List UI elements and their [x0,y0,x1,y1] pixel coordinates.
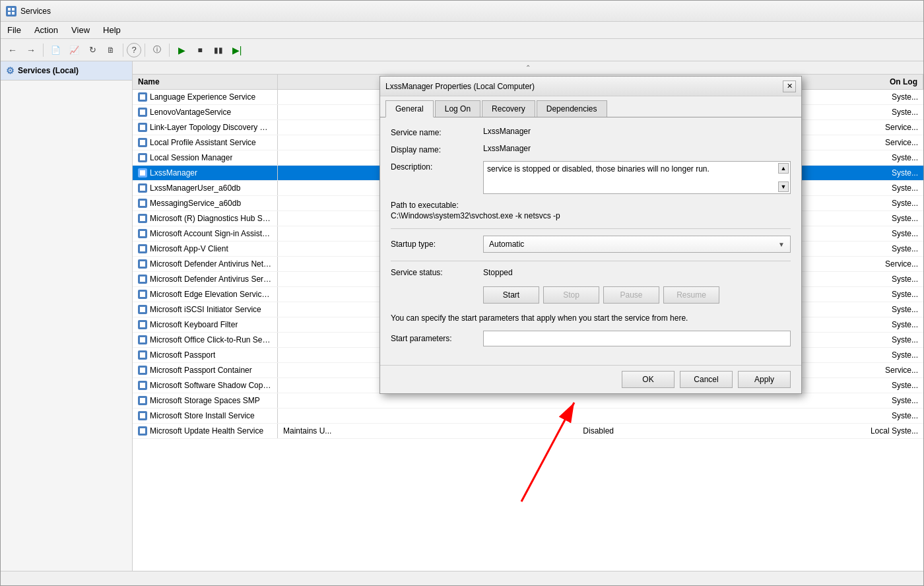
tab-dependencies[interactable]: Dependencies [537,100,607,117]
menu-file[interactable]: File [1,24,28,36]
service-icon [138,259,147,269]
toolbar-restart[interactable]: ▶| [228,42,246,58]
toolbar-export[interactable]: 🗎 [102,42,119,58]
service-name-cell: Link-Layer Topology Discovery Mapper [133,120,278,135]
service-logon: Syste... [278,393,923,408]
service-status-value: Stopped [483,268,513,277]
scroll-up-arrow[interactable]: ▲ [778,163,789,174]
toolbar-play[interactable]: ▶ [173,42,190,58]
service-icon [138,229,147,238]
cancel-button[interactable]: Cancel [680,371,733,388]
toolbar-help[interactable]: ? [127,43,141,57]
toolbar-refresh[interactable]: ↻ [84,42,101,58]
service-icon [138,183,147,193]
params-note: You can specify the start parameters tha… [391,313,791,324]
service-name-cell: Microsoft Update Health Service [133,424,278,438]
toolbar-back[interactable]: ← [4,42,21,58]
startup-select[interactable]: Automatic [483,236,791,253]
service-name-cell: Microsoft Passport Container [133,363,278,377]
service-name-cell: Microsoft Passport [133,348,278,362]
tab-recovery[interactable]: Recovery [482,100,535,117]
properties-dialog: LxssManager Properties (Local Computer) … [380,76,802,394]
sidebar: ⚙ Services (Local) [1,61,133,571]
service-name-text: Language Experience Service [150,92,255,102]
svg-rect-1 [12,8,15,11]
svg-rect-0 [8,8,11,11]
service-name-text: Microsoft Storage Spaces SMP [150,396,260,405]
service-name-text: LxssManager [150,168,197,178]
service-icon [138,381,147,390]
stop-button[interactable]: Stop [543,286,599,304]
service-icon [138,366,147,375]
resume-button[interactable]: Resume [663,286,719,304]
divider [391,228,791,229]
svg-rect-2 [8,12,11,15]
tab-general[interactable]: General [385,100,434,117]
service-name-text: LenovoVantageService [150,108,231,117]
service-name-cell: LxssManagerUser_a60db [133,181,278,195]
service-name-cell: Microsoft Edge Elevation Service (Micr [133,287,278,302]
header-name[interactable]: Name [133,75,278,89]
dialog-close-button[interactable]: ✕ [783,81,796,92]
service-name-text: Link-Layer Topology Discovery Mapper [150,123,272,132]
service-name-text: Microsoft Store Install Service [150,411,255,420]
description-row: Description: service is stopped or disab… [391,161,791,194]
service-icon [138,92,147,102]
menu-help[interactable]: Help [96,24,127,36]
header-logon-partial: On Log [890,77,917,86]
service-name-text: Microsoft Defender Antivirus Network I [150,259,272,269]
service-icon [138,199,147,208]
start-button[interactable]: Start [483,286,539,304]
menu-action[interactable]: Action [28,24,65,36]
ok-button[interactable]: OK [622,371,675,388]
tab-bar: General Log On Recovery Dependencies [380,96,801,117]
service-name-cell: Local Profile Assistant Service [133,135,278,150]
apply-button[interactable]: Apply [738,371,791,388]
params-input[interactable] [483,331,791,346]
toolbar-stop[interactable]: ■ [191,42,209,58]
display-name-row: Display name: LxssManager [391,144,791,154]
service-icon [138,153,147,162]
service-name-text: Microsoft App-V Client [150,244,228,253]
menu-view[interactable]: View [65,24,96,36]
startup-label: Startup type: [391,240,483,249]
service-name-cell: Microsoft Software Shadow Copy Provic [133,378,278,393]
list-item[interactable]: Microsoft Storage Spaces SMP Syste... [133,393,923,408]
toolbar-show-hide[interactable]: 📈 [65,42,82,58]
menu-bar: File Action View Help [1,22,923,39]
toolbar-pause[interactable]: ▮▮ [210,42,227,58]
toolbar-forward[interactable]: → [22,42,40,58]
startup-select-wrapper[interactable]: Automatic [483,236,791,253]
service-icon [138,275,147,284]
service-icon [138,350,147,360]
service-icon [138,426,147,436]
scroll-down-arrow[interactable]: ▼ [778,181,789,192]
toolbar-info[interactable]: ⓘ [148,42,166,58]
description-text: service is stopped or disabled, those bi… [487,164,710,174]
startup-row: Startup type: Automatic [391,236,791,253]
service-name-cell: Microsoft Defender Antivirus Service [133,272,278,286]
description-scrollbar[interactable]: ▲ ▼ [778,163,789,192]
service-icon [138,108,147,117]
service-name-text: LxssManagerUser_a60db [150,183,240,193]
service-name-text: Microsoft Passport Container [150,366,252,375]
list-item[interactable]: Microsoft Store Install Service Syste... [133,408,923,424]
sidebar-header: ⚙ Services (Local) [1,61,132,81]
service-name-text: Microsoft Keyboard Filter [150,320,238,329]
list-item[interactable]: Microsoft Update Health Service Maintain… [133,424,923,439]
divider2 [391,261,791,261]
service-name-text: Local Profile Assistant Service [150,138,256,147]
service-name-cell: Microsoft Account Sign-in Assistant [133,226,278,241]
service-icon [138,396,147,405]
toolbar-up[interactable]: 📄 [47,42,64,58]
path-value: C:\Windows\system32\svchost.exe -k netsv… [391,211,791,220]
toolbar-sep2 [123,44,123,57]
display-name-value: LxssManager [483,144,791,153]
service-name-label: Service name: [391,127,483,137]
pause-button[interactable]: Pause [603,286,659,304]
service-last-row: Maintains U... Disabled Local Syste... [278,424,923,438]
window-title: Services [20,7,51,16]
service-name-cell: Microsoft Defender Antivirus Network I [133,257,278,271]
tab-logon[interactable]: Log On [435,100,480,117]
service-icon [138,320,147,329]
